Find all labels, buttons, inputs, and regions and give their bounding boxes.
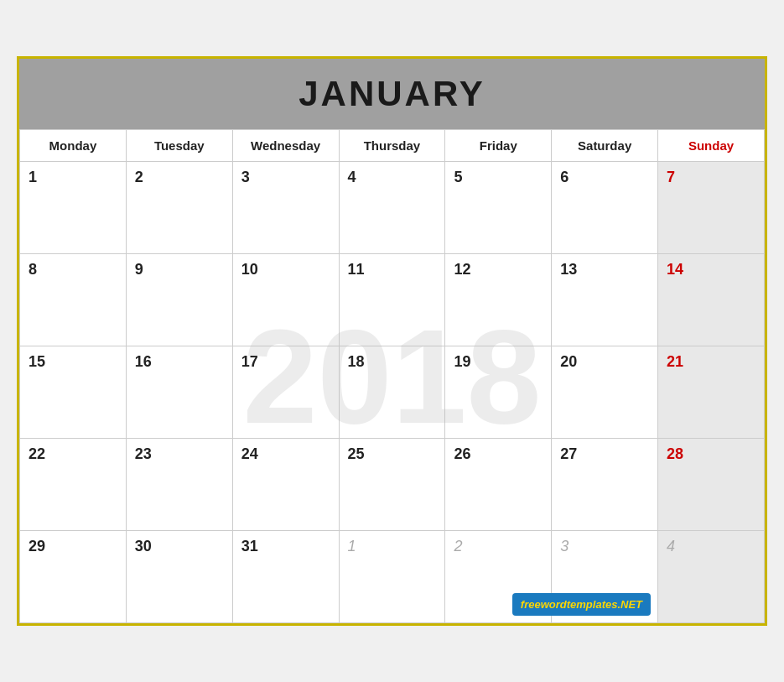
brand-badge: freewordtemplates.NET [512,593,651,616]
brand-text-prefix: freewordtemplates [521,598,618,611]
header-friday: Friday [445,130,552,162]
list-item: 21 [658,346,765,439]
header-sunday: Sunday [658,130,765,162]
list-item: 30 [126,531,232,623]
list-item: 4 [658,531,765,623]
list-item: 31 [232,531,339,623]
list-item: 18 [339,346,445,439]
list-item: 9 [126,254,232,346]
list-item: 29 [20,531,127,623]
list-item: 20 [552,346,658,439]
header-thursday: Thursday [339,130,445,162]
brand-text-suffix: .NET [617,598,642,611]
list-item: 7 [658,162,765,254]
list-item: 3 freewordtemplates.NET [552,531,658,623]
list-item: 8 [20,254,127,346]
list-item: 6 [552,162,658,254]
list-item: 28 [658,439,765,531]
calendar-month-title: JANUARY [19,74,765,114]
list-item: 23 [126,439,232,531]
list-item: 4 [339,162,445,254]
calendar-table: Monday Tuesday Wednesday Thursday Friday… [19,129,765,623]
list-item: 16 [126,346,232,439]
list-item: 19 [445,346,552,439]
list-item: 1 [339,531,445,623]
list-item: 10 [232,254,339,346]
list-item: 26 [445,439,552,531]
list-item: 3 [232,162,339,254]
list-item: 14 [658,254,765,346]
list-item: 13 [552,254,658,346]
header-tuesday: Tuesday [126,130,232,162]
header-wednesday: Wednesday [232,130,339,162]
calendar-container: JANUARY 2018 Monday Tuesday Wednesday Th… [17,56,767,626]
list-item: 15 [20,346,127,439]
header-monday: Monday [20,130,127,162]
calendar-body: 2018 Monday Tuesday Wednesday Thursday F… [19,129,765,623]
table-row: 15 16 17 18 19 20 21 [20,346,765,439]
table-row: 29 30 31 1 2 3 freewordtemplates.NET 4 [20,531,765,623]
table-row: 22 23 24 25 26 27 28 [20,439,765,531]
day-headers-row: Monday Tuesday Wednesday Thursday Friday… [20,130,765,162]
list-item: 17 [232,346,339,439]
list-item: 12 [445,254,552,346]
list-item: 5 [445,162,552,254]
list-item: 1 [20,162,127,254]
list-item: 11 [339,254,445,346]
list-item: 24 [232,439,339,531]
header-saturday: Saturday [552,130,658,162]
calendar-weeks: 1 2 3 4 5 6 7 8 9 10 11 12 13 14 [20,162,765,623]
list-item: 22 [20,439,127,531]
table-row: 1 2 3 4 5 6 7 [20,162,765,254]
calendar-header: JANUARY [19,59,765,129]
table-row: 8 9 10 11 12 13 14 [20,254,765,346]
list-item: 27 [552,439,658,531]
list-item: 2 [126,162,232,254]
list-item: 25 [339,439,445,531]
